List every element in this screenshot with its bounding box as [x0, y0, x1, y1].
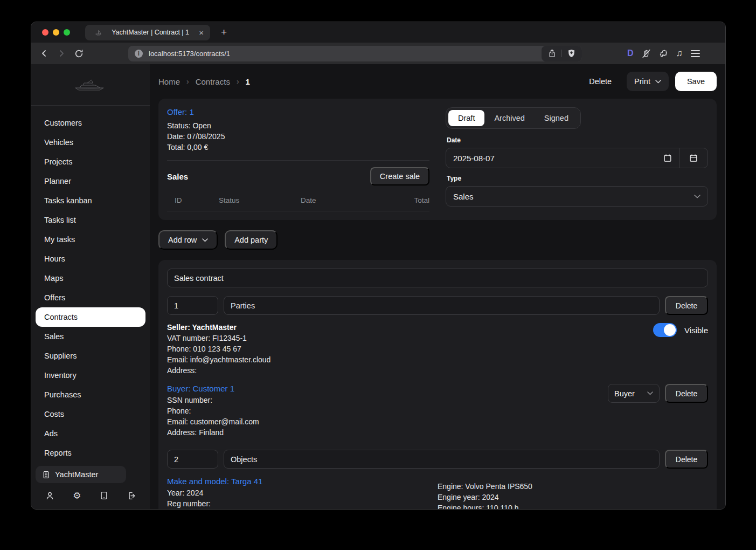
offer-date-line: Date: 07/08/2025 [167, 131, 429, 142]
contract-title-input[interactable]: Sales contract [167, 269, 708, 287]
sidebar-item[interactable]: Sales [36, 327, 145, 346]
breadcrumb-home[interactable]: Home [158, 77, 180, 86]
buyer-link[interactable]: Buyer: Customer 1 [167, 383, 259, 395]
sidebar-item-workspace[interactable]: YachtMaster [36, 466, 126, 483]
delete-row-button[interactable]: Delete [665, 450, 708, 469]
calendar-picker-icon[interactable] [679, 148, 708, 168]
share-icon[interactable] [548, 49, 556, 58]
sidebar-item[interactable]: Offers [36, 288, 145, 307]
sidebar-item[interactable]: Maps [36, 269, 145, 288]
row-number-input[interactable]: 1 [167, 296, 218, 315]
chevron-right-icon: › [186, 77, 189, 86]
row-label-input[interactable]: Parties [224, 296, 660, 315]
brave-shield-icon[interactable] [567, 49, 575, 58]
parties-row-header: 1 Parties Delete [167, 296, 708, 315]
minimize-window-button[interactable] [53, 29, 59, 36]
sidebar-item[interactable]: Inventory [36, 366, 145, 385]
sidebar-item[interactable]: Ads [36, 424, 145, 443]
visible-label: Visible [684, 326, 708, 335]
tab-close-icon[interactable]: × [199, 29, 204, 37]
detail-line: Address: Finland [167, 427, 259, 438]
browser-tab-bar: YachtMaster | Contract | 1 × + [31, 22, 725, 43]
offer-link[interactable]: Offer: 1 [167, 107, 429, 116]
type-select[interactable]: Sales [446, 186, 708, 207]
delete-row-button[interactable]: Delete [665, 296, 708, 315]
sidebar-item[interactable]: Contracts [36, 307, 145, 327]
type-select-value: Sales [453, 192, 474, 201]
detail-line: Address: [167, 365, 271, 376]
workspace-label: YachtMaster [55, 470, 98, 479]
detail-line: Engine: Volvo Penta IPS650 [438, 481, 708, 492]
main-content: Home › Contracts › 1 Delete Print [150, 64, 725, 510]
back-icon[interactable] [37, 46, 52, 61]
browser-toolbar: i localhost:5173/contracts/1 D [31, 43, 725, 64]
sidebar: Customers Vehicles Projects Planner Task… [31, 64, 150, 510]
browser-tab[interactable]: YachtMaster | Contract | 1 × [85, 25, 210, 40]
tab-signed[interactable]: Signed [535, 110, 578, 126]
user-icon[interactable] [45, 491, 54, 500]
seller-details: Seller: YachtMaster VAT number: FI12345-… [167, 322, 271, 376]
close-window-button[interactable] [42, 29, 48, 36]
tab-title: YachtMaster | Contract | 1 [102, 29, 199, 36]
sidebar-item[interactable]: Projects [36, 152, 145, 171]
extension-icons: D ♫ [627, 48, 700, 59]
tab-archived[interactable]: Archived [484, 110, 534, 126]
blocked-hand-icon[interactable] [642, 49, 651, 58]
url-bar[interactable]: i localhost:5173/contracts/1 [128, 46, 582, 61]
breadcrumb-current: 1 [246, 77, 250, 86]
sidebar-item[interactable]: Vehicles [36, 133, 145, 152]
vehicle-left-lines: Year: 2024Reg number:VIN number: FI-BOM3… [167, 487, 438, 510]
url-text: localhost:5173/contracts/1 [149, 50, 542, 58]
logout-icon[interactable] [127, 491, 136, 500]
d-extension-icon[interactable]: D [627, 49, 634, 58]
visible-toggle[interactable] [653, 323, 677, 337]
calendar-icon[interactable] [663, 148, 679, 168]
sidebar-item[interactable]: Tasks kanban [36, 191, 145, 210]
delete-button[interactable]: Delete [580, 72, 620, 91]
seller-block: Seller: YachtMaster VAT number: FI12345-… [167, 322, 708, 376]
settings-gear-icon[interactable]: ⚙ [73, 491, 81, 500]
forward-icon[interactable] [54, 46, 69, 61]
tab-draft[interactable]: Draft [448, 110, 484, 126]
menu-icon[interactable] [691, 48, 700, 59]
music-note-icon[interactable]: ♫ [676, 48, 683, 59]
seller-title: Seller: YachtMaster [167, 322, 271, 333]
reload-icon[interactable] [71, 46, 86, 61]
sidebar-item[interactable]: Planner [36, 171, 145, 191]
yacht-logo [31, 64, 150, 105]
extensions-puzzle-icon[interactable] [659, 49, 668, 58]
row-number-input[interactable]: 2 [167, 450, 218, 469]
row-label-input[interactable]: Objects [224, 450, 660, 469]
date-input[interactable]: 2025-08-07 [446, 148, 663, 168]
vehicle-link[interactable]: Make and model: Targa 41 [167, 476, 438, 487]
visible-toggle-row: Visible [653, 323, 708, 337]
delete-party-button[interactable]: Delete [665, 384, 708, 403]
add-party-button[interactable]: Add party [225, 230, 278, 250]
sidebar-item[interactable]: Costs [36, 404, 145, 424]
sidebar-item[interactable]: Suppliers [36, 346, 145, 366]
buyer-details: Buyer: Customer 1 SSN number:Phone:Email… [167, 383, 259, 438]
create-sale-button[interactable]: Create sale [370, 167, 429, 185]
print-button[interactable]: Print [627, 72, 669, 91]
tablet-icon[interactable] [100, 491, 108, 500]
add-row-button[interactable]: Add row [158, 230, 218, 250]
sidebar-item[interactable]: Purchases [36, 385, 145, 404]
save-button[interactable]: Save [675, 72, 717, 91]
status-segmented-control: Draft Archived Signed [446, 107, 581, 129]
sidebar-footer: ⚙ [31, 486, 150, 510]
site-info-icon[interactable]: i [135, 50, 143, 58]
column-header-date: Date [301, 196, 414, 204]
new-tab-button[interactable]: + [221, 26, 227, 38]
divider [167, 160, 429, 161]
party-role-select[interactable]: Buyer [608, 384, 660, 403]
date-input-group: 2025-08-07 [446, 148, 708, 168]
zoom-window-button[interactable] [64, 29, 70, 36]
sidebar-item[interactable]: My tasks [36, 230, 145, 249]
sidebar-item[interactable]: Tasks list [36, 210, 145, 230]
sidebar-item[interactable]: Reports [36, 443, 145, 463]
sidebar-item[interactable]: Customers [36, 113, 145, 133]
breadcrumb-contracts[interactable]: Contracts [196, 77, 230, 86]
detail-line: Phone: 010 123 45 67 [167, 343, 271, 354]
detail-line: VIN number: FI-BOM31001A24 [167, 509, 438, 510]
sidebar-item[interactable]: Hours [36, 249, 145, 269]
